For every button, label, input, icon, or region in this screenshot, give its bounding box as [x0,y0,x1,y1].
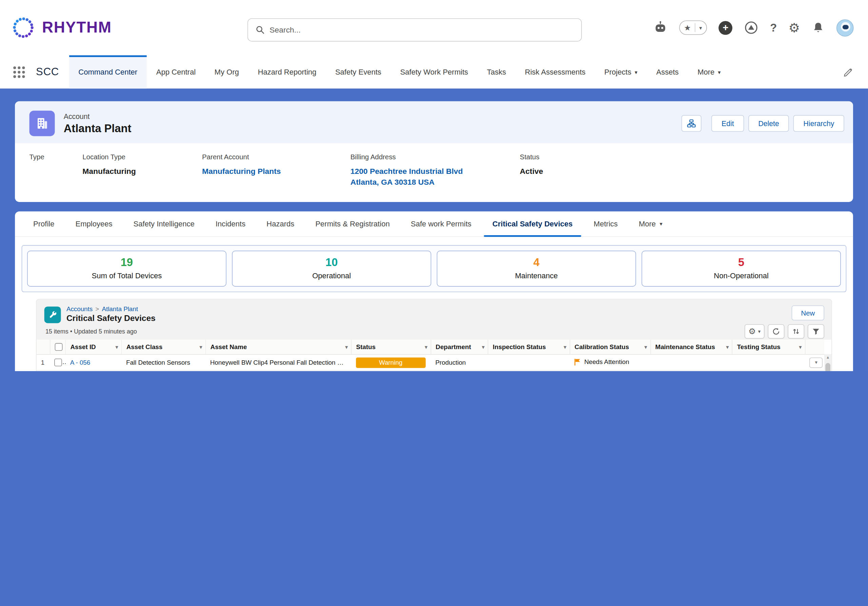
table-scrollbar[interactable]: ▲ [824,354,831,371]
field-value[interactable]: 1200 Peachtree Industrial BlvdAtlanta, G… [350,166,508,188]
page-background: Account Atlanta Plant EditDeleteHierarch… [0,88,868,371]
asset-id-link[interactable]: A - 056 [70,359,90,366]
testing-status-cell [732,354,805,371]
testing-status-cell [732,371,805,371]
nav-tab-risk-assessments[interactable]: Risk Assessments▾ [515,55,595,88]
tab-incidents[interactable]: Incidents▾ [205,212,256,236]
nav-tab-assets[interactable]: Assets▾ [647,55,688,88]
edit-button[interactable]: Edit [712,115,744,132]
nav-tab-tasks[interactable]: Tasks▾ [477,55,515,88]
help-icon[interactable]: ? [770,22,777,34]
chevron-down-icon: ▾ [425,344,427,350]
nav-tab-safety-events[interactable]: Safety Events▾ [326,55,391,88]
nav-tab-hazard-reporting[interactable]: Hazard Reporting▾ [248,55,326,88]
chevron-down-icon: ▾ [482,344,484,350]
column-header-status[interactable]: Status▾ [351,340,431,354]
favorites-pill[interactable]: ★ ▾ [679,20,707,35]
sort-button[interactable] [787,325,804,339]
field-label: Status [520,153,543,161]
org-chart-button[interactable] [682,115,702,132]
nav-tab-command-center[interactable]: Command Center▾ [69,55,146,88]
kpi-label: Operational [232,272,431,280]
tab-safe-work-permits[interactable]: Safe work Permits▾ [400,212,482,236]
tab-critical-safety-devices[interactable]: Critical Safety Devices▾ [482,212,583,236]
column-header-department[interactable]: Department▾ [431,340,488,354]
delete-button[interactable]: Delete [748,115,789,132]
header-icons: ★ ▾ + ? ⚙ [653,19,854,36]
avatar[interactable] [837,19,854,36]
nav-tab-safety-work-permits[interactable]: Safety Work Permits▾ [391,55,477,88]
scrollbar-thumb[interactable] [825,363,830,371]
column-header-asset-class[interactable]: Asset Class▾ [122,340,206,354]
hierarchy-button[interactable]: Hierarchy [794,115,844,132]
nav-tab-projects[interactable]: Projects▾ [595,55,647,88]
nav-tab-more[interactable]: More▾ [688,55,730,88]
row-actions-button[interactable]: ▾ [810,357,823,368]
field-type: Type [29,153,83,188]
breadcrumb-accounts[interactable]: Accounts [67,306,93,312]
field-location-type: Location TypeManufacturing [82,153,202,188]
inspection-status-cell [488,354,570,371]
table-row[interactable]: 2 A - 059 Fall Detection Sensors Kidde i… [37,371,824,371]
field-label: Location Type [82,153,191,161]
select-all-checkbox[interactable] [54,343,62,351]
devices-table-wrap: Asset ID▾Asset Class▾Asset Name▾Status▾D… [37,340,831,371]
kpi-operational: 10Operational [232,251,431,287]
tab-employees[interactable]: Employees▾ [65,212,123,236]
new-button[interactable]: New [792,306,824,321]
table-row[interactable]: 1 A - 056 Fall Detection Sensors Honeywe… [37,354,824,371]
row-number: 1 [37,354,50,371]
calibration-status-cell: Needs Attention [570,354,651,371]
list-settings-button[interactable]: ⚙▾ [745,325,764,339]
refresh-button[interactable] [768,325,784,339]
tab-hazards[interactable]: Hazards▾ [256,212,305,236]
add-icon[interactable]: + [718,21,732,35]
screen: RHYTHM ★ ▾ + ? ⚙ [0,0,868,371]
tab-profile[interactable]: Profile▾ [23,212,65,236]
tab-more[interactable]: More▾ [628,212,673,236]
scroll-up-icon[interactable]: ▲ [824,355,831,359]
field-label: Type [29,153,71,161]
setup-icon[interactable]: ⚙ [789,20,800,35]
tab-safety-intelligence[interactable]: Safety Intelligence▾ [123,212,205,236]
field-value [29,166,71,176]
department-cell: Engineering [431,371,488,371]
column-header-testing-status[interactable]: Testing Status▾ [732,340,805,354]
maintenance-status-cell: Needs Attention [651,371,732,371]
nav-tab-app-central[interactable]: App Central▾ [147,55,205,88]
chevron-down-icon: ▾ [718,69,721,75]
account-header: Account Atlanta Plant EditDeleteHierarch… [15,101,853,143]
filter-button[interactable] [808,325,824,339]
nav-tab-my-org[interactable]: My Org▾ [205,55,248,88]
breadcrumb-record[interactable]: Atlanta Plant [102,306,138,312]
related-list-card: Accounts>Atlanta Plant Critical Safety D… [36,299,832,371]
agent-icon[interactable] [653,20,667,35]
column-header-asset-name[interactable]: Asset Name▾ [206,340,352,354]
brand-name: RHYTHM [42,19,112,37]
chevron-down-icon: ▾ [726,344,728,350]
tab-permits-registration[interactable]: Permits & Registration▾ [305,212,400,236]
kpi-sum-of-total-devices: 19Sum of Total Devices [27,251,226,287]
edit-nav-icon[interactable] [843,67,854,77]
global-search[interactable] [248,18,582,42]
guidance-icon[interactable] [744,20,758,35]
asset-name-cell: Kidde i12040 Ionization Smoke Detector [206,371,352,371]
app-launcher-icon[interactable] [13,66,25,77]
search-input[interactable] [270,25,574,34]
chevron-down-icon: ▾ [345,344,347,350]
status-badge: Warning [356,357,426,368]
app-name: SCC [36,66,59,78]
search-icon [256,25,265,34]
column-header-asset-id[interactable]: Asset ID▾ [66,340,122,354]
tab-metrics[interactable]: Metrics▾ [583,212,628,236]
chevron-down-icon: ▾ [564,344,566,350]
chevron-down-icon: ▾ [699,25,702,31]
notifications-icon[interactable] [811,21,825,34]
breadcrumb: Accounts>Atlanta Plant [67,306,156,312]
row-checkbox[interactable] [54,359,62,366]
column-header-calibration-status[interactable]: Calibration Status▾ [570,340,651,354]
column-header-maintenance-status[interactable]: Maintenance Status▾ [651,340,732,354]
field-value[interactable]: Manufacturing Plants [202,166,339,177]
column-header-inspection-status[interactable]: Inspection Status▾ [488,340,570,354]
wrench-icon [44,307,61,323]
